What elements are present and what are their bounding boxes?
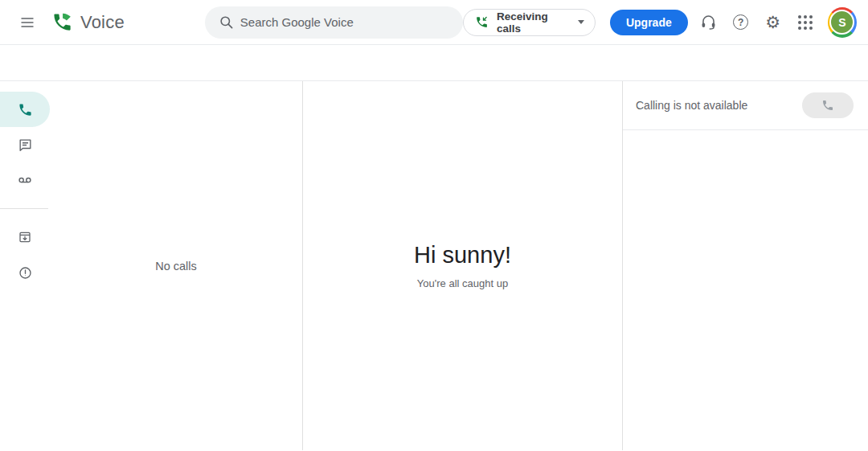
greeting-title: Hi sunny! — [303, 242, 622, 269]
receiving-calls-label: Receiving calls — [497, 10, 570, 35]
calls-list-panel: No calls — [50, 81, 303, 450]
dialer-panel: Calling is not available — [623, 81, 868, 450]
sidebar-divider — [0, 208, 48, 209]
app-title: Voice — [80, 12, 125, 33]
headset-icon — [700, 14, 717, 31]
sidebar-item-voicemail[interactable] — [0, 162, 50, 198]
call-button-disabled[interactable] — [802, 92, 854, 118]
empty-calls-message: No calls — [50, 260, 302, 273]
calling-status-row: Calling is not available — [623, 81, 868, 130]
settings-gear-icon: ⚙ — [765, 14, 780, 31]
sidebar-item-calls[interactable] — [0, 92, 50, 127]
search-bar[interactable] — [205, 6, 463, 39]
main-content: No calls Hi sunny! You're all caught up … — [0, 81, 868, 450]
main-menu-button[interactable] — [8, 3, 47, 42]
sidebar-item-spam[interactable] — [0, 255, 50, 290]
receiving-calls-dropdown[interactable]: Receiving calls — [463, 9, 596, 36]
upgrade-button[interactable]: Upgrade — [610, 10, 688, 35]
account-avatar[interactable]: S — [828, 7, 857, 38]
avatar-initial: S — [829, 10, 854, 35]
navigation-rail — [0, 81, 50, 450]
support-button[interactable] — [693, 6, 725, 39]
toolbar-strip — [0, 45, 868, 81]
voice-logo-icon — [51, 11, 73, 33]
voice-logo[interactable]: Voice — [51, 11, 125, 33]
header-action-icons: ? ⚙ — [693, 6, 821, 39]
search-icon[interactable] — [213, 9, 240, 36]
top-app-bar: Voice Receiving calls Upgrade — [0, 0, 868, 45]
search-input[interactable] — [240, 15, 458, 29]
receiving-call-icon — [475, 15, 489, 29]
apps-grid-icon — [798, 15, 813, 30]
sidebar-item-messages[interactable] — [0, 127, 50, 162]
voicemail-icon — [17, 172, 33, 188]
dropdown-caret-icon — [578, 20, 584, 24]
phone-icon — [18, 102, 33, 117]
chat-icon — [18, 137, 33, 153]
greeting-subtext: You're all caught up — [303, 277, 622, 289]
help-icon: ? — [733, 14, 748, 30]
detail-panel: Hi sunny! You're all caught up — [303, 81, 623, 450]
settings-button[interactable]: ⚙ — [757, 6, 789, 39]
archive-icon — [18, 230, 32, 244]
hamburger-menu-icon — [19, 14, 35, 31]
sidebar-item-archive[interactable] — [0, 219, 50, 255]
disabled-call-icon — [821, 99, 834, 112]
help-button[interactable]: ? — [725, 6, 757, 39]
google-apps-button[interactable] — [789, 6, 821, 39]
spam-icon — [18, 265, 33, 281]
calling-status-text: Calling is not available — [636, 99, 802, 112]
